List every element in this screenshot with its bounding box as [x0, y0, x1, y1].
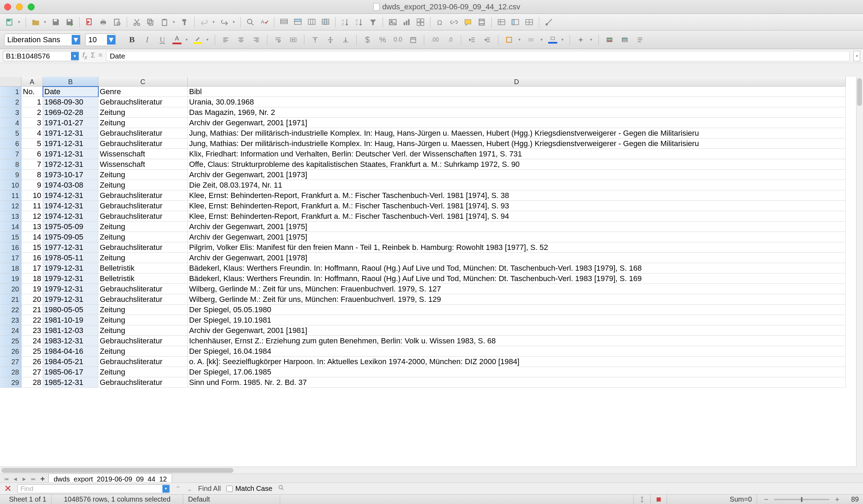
cell[interactable]: Wilberg, Gerlinde M.: Zeit für uns, Münc…: [188, 284, 846, 294]
cell[interactable]: 27: [21, 367, 43, 377]
scrollbar-thumb[interactable]: [1, 468, 233, 473]
cell[interactable]: Zeitung: [98, 170, 188, 180]
cell[interactable]: 18: [21, 273, 43, 284]
cell[interactable]: 3: [21, 118, 43, 128]
align-middle-button[interactable]: [324, 33, 337, 46]
save-as-button[interactable]: [63, 16, 76, 28]
cell[interactable]: 16: [21, 253, 43, 263]
cell[interactable]: Ichenhäuser, Ernst Z.: Erziehung zum gut…: [188, 336, 846, 346]
cell[interactable]: 1968-09-30: [43, 97, 98, 107]
redo-button[interactable]: [218, 16, 231, 28]
row-header[interactable]: 15: [0, 232, 21, 242]
cell[interactable]: Jung, Mathias: Der militärisch-industrie…: [188, 128, 846, 138]
cell[interactable]: Gebrauchsliteratur: [98, 294, 188, 305]
cell[interactable]: Gebrauchsliteratur: [98, 242, 188, 253]
cell[interactable]: 1983-12-31: [43, 336, 98, 346]
row-header[interactable]: 14: [0, 222, 21, 232]
cell[interactable]: Zeitung: [98, 222, 188, 232]
cell[interactable]: 1978-05-11: [43, 253, 98, 263]
zoom-out-button[interactable]: −: [762, 495, 771, 504]
cell[interactable]: 10: [21, 190, 43, 201]
cell[interactable]: 17: [21, 263, 43, 273]
headers-footers-button[interactable]: [475, 16, 488, 28]
cell[interactable]: 2: [21, 107, 43, 118]
autofilter-button[interactable]: [367, 16, 379, 28]
define-range-button[interactable]: [495, 16, 508, 28]
column-header-D[interactable]: D: [188, 77, 846, 87]
column-button[interactable]: [292, 16, 304, 28]
cell[interactable]: Gebrauchsliteratur: [98, 336, 188, 346]
sheet-count-status[interactable]: Sheet 1 of 1: [4, 495, 52, 504]
find-input[interactable]: Find ▼: [17, 484, 170, 493]
align-bottom-button[interactable]: [339, 33, 352, 46]
cell[interactable]: Sinn und Form. 1985. Nr. 2. Bd. 37: [188, 377, 846, 388]
cell[interactable]: 1972-12-31: [43, 159, 98, 170]
find-next-button[interactable]: ⌄: [187, 485, 193, 493]
insert-chart-button[interactable]: [400, 16, 413, 28]
cell[interactable]: Zeitung: [98, 118, 188, 128]
merge-cells-button[interactable]: [287, 33, 300, 46]
cell[interactable]: 25: [21, 346, 43, 357]
column-header-A[interactable]: A: [21, 77, 43, 87]
cell[interactable]: Der Spiegel, 19.10.1981: [188, 315, 846, 325]
cell[interactable]: 19: [21, 284, 43, 294]
font-color-dropdown[interactable]: ▼: [185, 38, 188, 42]
split-window-button[interactable]: [523, 16, 535, 28]
cell[interactable]: Das Magazin, 1969, Nr. 2: [188, 107, 846, 118]
cell-style-status[interactable]: Default: [183, 495, 280, 504]
font-size-combo[interactable]: 10 ▼: [85, 34, 116, 46]
row-button[interactable]: [278, 16, 290, 28]
styles-button[interactable]: [618, 33, 631, 46]
cell[interactable]: 1975-09-05: [43, 232, 98, 242]
cell[interactable]: 6: [21, 149, 43, 159]
cell[interactable]: 1: [21, 97, 43, 107]
next-sheet-button[interactable]: ▶: [21, 476, 28, 483]
cell[interactable]: 11: [21, 201, 43, 211]
cell[interactable]: No.: [21, 87, 43, 97]
vertical-scrollbar[interactable]: [856, 77, 863, 467]
row-header[interactable]: 20: [0, 284, 21, 294]
horizontal-scrollbar[interactable]: [0, 467, 856, 474]
align-left-button[interactable]: [219, 33, 232, 46]
last-sheet-button[interactable]: ⏭: [30, 476, 37, 483]
paste-button[interactable]: [158, 16, 171, 28]
row-header[interactable]: 10: [0, 180, 21, 190]
cell[interactable]: Zeitung: [98, 107, 188, 118]
autoformat-button[interactable]: [574, 33, 587, 46]
cell[interactable]: 1981-12-03: [43, 325, 98, 336]
cell[interactable]: Archiv der Gegenwart, 2001 [1975]: [188, 222, 846, 232]
clone-formatting-button[interactable]: [178, 16, 191, 28]
row-header[interactable]: 28: [0, 367, 21, 377]
name-box[interactable]: B1:B1048576 ▼: [3, 51, 79, 61]
hyperlink-button[interactable]: [448, 16, 460, 28]
spellcheck-button[interactable]: A: [258, 16, 270, 28]
open-button[interactable]: [29, 16, 42, 28]
font-color-button[interactable]: A: [171, 34, 183, 46]
row-header[interactable]: 23: [0, 315, 21, 325]
undo-dropdown[interactable]: ▼: [212, 20, 215, 24]
new-document-dropdown[interactable]: ▼: [17, 20, 21, 24]
cell[interactable]: 1971-01-27: [43, 118, 98, 128]
maximize-window-button[interactable]: [28, 3, 35, 10]
special-char-button[interactable]: Ω: [434, 16, 446, 28]
cell[interactable]: Gebrauchsliteratur: [98, 190, 188, 201]
cell[interactable]: Archiv der Gegenwart, 2001 [1971]: [188, 118, 846, 128]
cell[interactable]: 1974-12-31: [43, 201, 98, 211]
row-header[interactable]: 12: [0, 201, 21, 211]
cell[interactable]: Zeitung: [98, 253, 188, 263]
cell[interactable]: 9: [21, 180, 43, 190]
cell[interactable]: 1985-12-31: [43, 377, 98, 388]
cell[interactable]: Gebrauchsliteratur: [98, 377, 188, 388]
border-style-dropdown[interactable]: ▼: [540, 38, 543, 42]
row-header[interactable]: 5: [0, 128, 21, 138]
cell[interactable]: 1974-12-31: [43, 211, 98, 222]
cell[interactable]: Gebrauchsliteratur: [98, 201, 188, 211]
row-header[interactable]: 6: [0, 138, 21, 149]
cell[interactable]: Der Spiegel, 05.05.1980: [188, 305, 846, 315]
align-center-button[interactable]: [234, 33, 248, 46]
print-button[interactable]: [97, 16, 109, 28]
cell[interactable]: Gebrauchsliteratur: [98, 357, 188, 367]
align-top-button[interactable]: [309, 33, 322, 46]
row-header[interactable]: 17: [0, 253, 21, 263]
add-sheet-button[interactable]: +: [39, 475, 46, 483]
